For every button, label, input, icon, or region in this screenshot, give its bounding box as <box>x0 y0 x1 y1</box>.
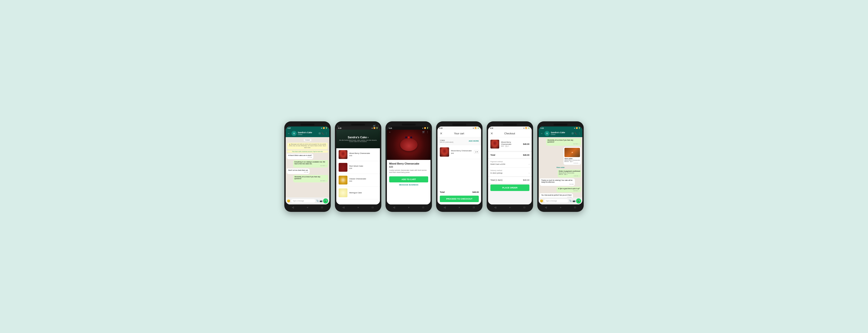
checkout-item-name: Mixed Berry Cheesecake <box>501 141 521 145</box>
nav-back-5[interactable]: ◁ <box>494 206 497 209</box>
chat-input-6[interactable]: Type a message <box>544 199 568 203</box>
catalog-thumb-3 <box>339 188 347 197</box>
nav-home-6[interactable]: ○ <box>559 206 562 209</box>
chat-input-1[interactable]: Type a message <box>291 199 315 203</box>
phone-notch-4 <box>452 124 466 125</box>
cart-icon-2[interactable]: 🛒 <box>373 126 376 127</box>
nav-recent-2[interactable]: □ <box>371 206 374 209</box>
emoji-icon[interactable]: 😊 <box>287 199 290 203</box>
nav-home-2[interactable]: ○ <box>356 206 360 209</box>
phone-notch <box>301 124 314 125</box>
phone-2-screen: 9:29 ▼📶🔋 ← 🛒 ⋮ Sandra's Cake › We offer … <box>336 126 380 205</box>
video-icon-6[interactable]: ⊡ <box>571 132 574 134</box>
nav-recent-5[interactable]: □ <box>523 206 526 209</box>
checkout-total-row: Total $48.00 <box>488 152 532 158</box>
nav-back-6[interactable]: ◁ <box>544 206 548 209</box>
back-icon-6[interactable]: ← <box>540 132 543 135</box>
menu-icon-6[interactable]: ⋮ <box>578 132 581 134</box>
msg-3: Nice!! Let me check them out. 9:27 AM <box>287 169 310 174</box>
add-to-cart-button[interactable]: ADD TO CART <box>389 176 428 182</box>
back-icon-1[interactable]: ← <box>287 132 290 135</box>
phone-icon-6[interactable]: 📞 <box>575 132 577 134</box>
cart-header: ✕ Your cart <box>437 130 481 138</box>
cart-count: 1 item <box>440 139 453 141</box>
menu-icon-2[interactable]: ⋮ <box>377 126 379 127</box>
nav-recent-3[interactable]: □ <box>422 206 425 209</box>
message-business-button[interactable]: MESSAGE BUSINESS <box>389 182 428 187</box>
catalog-price-1: $36 <box>349 167 378 170</box>
nav-home[interactable]: ○ <box>306 206 309 209</box>
cart-footer: Total $48.00 PROCEED TO CHECKOUT <box>437 189 481 205</box>
menu-icon-3[interactable]: ⋮ <box>426 131 429 133</box>
back-icon-3[interactable]: ← <box>389 131 391 133</box>
time-2: 9:29 <box>338 127 341 129</box>
catalog-info-1: Red Velvet Cake $36 <box>349 165 378 170</box>
msg-4: Absolutely, let us know if you have any … <box>293 175 328 182</box>
checkout-button[interactable]: PROCEED TO CHECKOUT <box>440 195 479 202</box>
avatar-1: S <box>291 131 297 136</box>
view-order-button[interactable]: View order <box>540 166 581 169</box>
catalog-list: Mixed Berry Cheesecake $48 Red Velvet Ca… <box>336 148 380 205</box>
nav-recent[interactable]: □ <box>320 206 324 209</box>
attach-icon-6[interactable]: 📎 <box>569 200 572 202</box>
chat-header-info-6: Sandra's Cake Online <box>551 131 570 135</box>
close-button-5[interactable]: ✕ <box>490 131 493 135</box>
time-5: 9:30 <box>490 127 493 129</box>
catalog-item-0[interactable]: Mixed Berry Cheesecake $48 <box>336 148 380 161</box>
catalog-item-2[interactable]: Classic Cheesecake $30 <box>336 174 380 187</box>
cart-summary: 1 item $48.00 (estimated) ADD MORE <box>437 138 481 145</box>
time-4: 9:30 <box>439 127 442 129</box>
payment-label: Payment method <box>490 161 529 162</box>
time-1: 9:27 <box>287 127 291 129</box>
checkout-body: Mixed Berry Cheesecake $48 · Qty 1 $48.0… <box>488 138 532 205</box>
encrypted-notice[interactable]: 🔒 Messages and calls are end-to-end encr… <box>287 143 328 149</box>
nav-home-3[interactable]: ○ <box>407 206 410 209</box>
phone-icon[interactable]: 📞 <box>321 132 324 134</box>
nav-home-5[interactable]: ○ <box>508 206 512 209</box>
menu-icon[interactable]: ⋮ <box>325 132 328 134</box>
attach-icon[interactable]: 📎 <box>316 200 319 202</box>
status-icons-6: ▼📶🔋 <box>574 127 581 129</box>
chat-name-1: Sandra's Cake <box>298 131 317 134</box>
total-items-label: Total (1 item) <box>490 179 502 181</box>
catalog-item-3[interactable]: Meringue Cake <box>336 187 380 199</box>
phone-6: 9:35 ▼📶🔋 ← S Sandra's Cake Online ⊡ 📞 ⋮ <box>537 121 584 212</box>
order-card-img: 🍰 <box>564 148 580 157</box>
nav-recent-4[interactable]: □ <box>472 206 475 209</box>
business-notice[interactable]: This chat is with a business account. Ta… <box>287 150 328 153</box>
catalog-price-0: $48 <box>349 155 378 157</box>
phones-row: 9:27 ▼ 📶 🔋 ← S Sandra's Cake Online ⊡ 📞 … <box>284 121 584 212</box>
catalog-thumb-1 <box>339 163 347 172</box>
catalog-info-2: Classic Cheesecake $30 <box>349 178 378 182</box>
back-icon-2[interactable]: ← <box>337 126 339 127</box>
mic-button-1[interactable]: 🎤 <box>323 199 328 204</box>
status-bar-3: 9:29 ▼📶🔋 <box>387 126 431 130</box>
nav-back-3[interactable]: ◁ <box>393 206 396 209</box>
delivery-section[interactable]: Delivery method In store pickup › <box>488 168 532 176</box>
phone-3: 9:29 ▼📶🔋 ← <box>385 121 432 212</box>
chat-input-bar-6: 😊 Type a message 📎 📷 🎤 <box>539 198 582 205</box>
close-button[interactable]: ✕ <box>440 131 442 135</box>
nav-back-4[interactable]: ◁ <box>443 206 446 209</box>
qty-selector-0[interactable]: 1 ▾ <box>474 150 479 154</box>
catalog-item-1[interactable]: Red Velvet Cake $36 <box>336 161 380 174</box>
video-icon[interactable]: ⊡ <box>319 132 320 134</box>
nav-home-4[interactable]: ○ <box>458 206 461 209</box>
nav-recent-6[interactable]: □ <box>574 206 577 209</box>
mic-button-6[interactable]: 🎤 <box>576 199 581 204</box>
emoji-icon-6[interactable]: 😊 <box>540 199 543 203</box>
checkout-item-price: $48.00 <box>523 143 529 145</box>
cart-item-info-0: Mixed Berry Cheesecake $48 <box>451 150 472 154</box>
camera-icon-6[interactable]: 📷 <box>572 200 575 202</box>
status-icons-1: ▼ 📶 🔋 <box>321 127 328 129</box>
cart-icon-3[interactable]: 🛒 <box>422 131 425 133</box>
nav-back-2[interactable]: ◁ <box>342 206 345 209</box>
nav-back[interactable]: ◁ <box>291 206 294 209</box>
place-order-button[interactable]: PLACE ORDER <box>490 184 529 191</box>
payment-section[interactable]: Payment method Debit Card ••1234 › <box>488 159 532 167</box>
chat-body-6: Absolutely, let us know if you have any … <box>539 137 582 198</box>
camera-icon[interactable]: 📷 <box>319 200 322 202</box>
status-icons-3: ▼📶🔋 <box>422 127 429 129</box>
add-more-button[interactable]: ADD MORE <box>469 140 479 142</box>
status-bar-4: 9:30 ▼📶🔋 <box>437 126 481 130</box>
